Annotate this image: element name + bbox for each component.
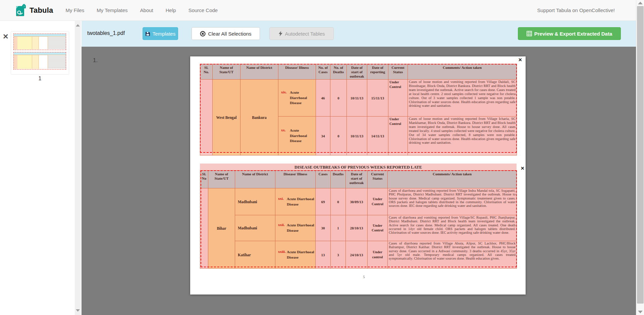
table-2-title: DISEASE OUTBREAKS OF PREVIOUS WEEKS REPO… xyxy=(200,164,517,170)
nav-my-files[interactable]: My Files xyxy=(65,7,84,13)
brand[interactable]: Tabula xyxy=(15,4,53,17)
tabula-logo-icon xyxy=(15,4,26,17)
page-1-thumbnail[interactable] xyxy=(11,32,69,74)
thumbnail-selection-2 xyxy=(13,52,66,70)
thumbnail-table-header xyxy=(14,52,66,55)
thumb-text-lines xyxy=(48,37,66,49)
scroll-down-icon[interactable] xyxy=(638,311,643,313)
preview-export-button[interactable]: Preview & Export Extracted Data xyxy=(518,27,621,40)
lightning-bolt-icon xyxy=(278,31,283,36)
thumbnail-selection-1 xyxy=(13,34,66,50)
spreadsheet-icon xyxy=(527,31,532,36)
nav-my-templates[interactable]: My Templates xyxy=(97,7,127,13)
templates-icon xyxy=(145,31,150,36)
thumb-col xyxy=(25,37,32,49)
main-content: twotables_1.pdf Templates xyxy=(82,21,636,315)
thumb-col xyxy=(39,37,47,49)
sidebar-scrollbar[interactable] xyxy=(75,21,81,315)
thumb-text-lines xyxy=(48,55,66,69)
templates-button-label: Templates xyxy=(153,31,175,37)
document-filename: twotables_1.pdf xyxy=(87,30,125,36)
scroll-down-icon[interactable] xyxy=(76,309,80,312)
clear-all-selections-button[interactable]: Clear All Selections xyxy=(192,27,260,40)
page-1-label: 1 xyxy=(11,76,69,82)
thumb-col xyxy=(32,55,39,69)
selection-1-close-icon[interactable]: ✕ xyxy=(518,57,522,62)
export-button-label: Preview & Export Extracted Data xyxy=(534,31,612,37)
nav-about[interactable]: About xyxy=(140,7,153,13)
main-nav: My Files My Templates About Help Source … xyxy=(65,7,218,13)
selection-2-close-icon[interactable]: ✕ xyxy=(521,166,525,171)
page-marker: 1. xyxy=(93,57,98,64)
thumbnail-table-body xyxy=(14,37,66,49)
thumb-col xyxy=(17,55,25,69)
table-selection-1[interactable] xyxy=(200,64,517,153)
nav-source-code[interactable]: Source Code xyxy=(189,7,218,13)
support-link[interactable]: Support Tabula on OpenCollective! xyxy=(537,7,615,13)
scroll-up-icon[interactable] xyxy=(638,2,643,4)
nav-help[interactable]: Help xyxy=(166,7,176,13)
autodetect-tables-button[interactable]: Autodetect Tables xyxy=(269,27,334,40)
pdf-page-1[interactable]: Sl. No. Name of State/UT Name of Distric… xyxy=(190,56,526,295)
thumb-col xyxy=(25,55,32,69)
thumbnail-table-body xyxy=(14,55,66,69)
page-thumbnails-sidebar: ✕ xyxy=(0,21,81,315)
thumb-col xyxy=(32,37,39,49)
thumb-col xyxy=(39,55,47,69)
scrollbar-thumb[interactable] xyxy=(637,6,644,304)
document-canvas: 1. Sl. No. Name of State/UT Name of Dist… xyxy=(82,47,636,315)
table-selection-2[interactable] xyxy=(201,170,517,267)
brand-title: Tabula xyxy=(30,6,53,15)
thumb-col xyxy=(14,55,17,69)
thumbnail-table-header xyxy=(14,34,66,37)
clear-button-label: Clear All Selections xyxy=(208,31,251,37)
scroll-up-icon[interactable] xyxy=(76,24,80,27)
tabula-app-window: Tabula My Files My Templates About Help … xyxy=(0,0,644,315)
thumb-col xyxy=(14,37,17,49)
templates-button[interactable]: Templates xyxy=(143,27,178,40)
autodetect-button-label: Autodetect Tables xyxy=(285,31,325,37)
toolbar: twotables_1.pdf Templates xyxy=(82,21,636,47)
window-scrollbar[interactable] xyxy=(636,0,644,315)
pdf-page-number: 5 xyxy=(357,275,371,279)
clear-circle-x-icon xyxy=(200,31,206,37)
delete-page-button[interactable]: ✕ xyxy=(3,33,9,40)
top-navbar: Tabula My Files My Templates About Help … xyxy=(0,0,636,21)
thumb-col xyxy=(17,37,25,49)
